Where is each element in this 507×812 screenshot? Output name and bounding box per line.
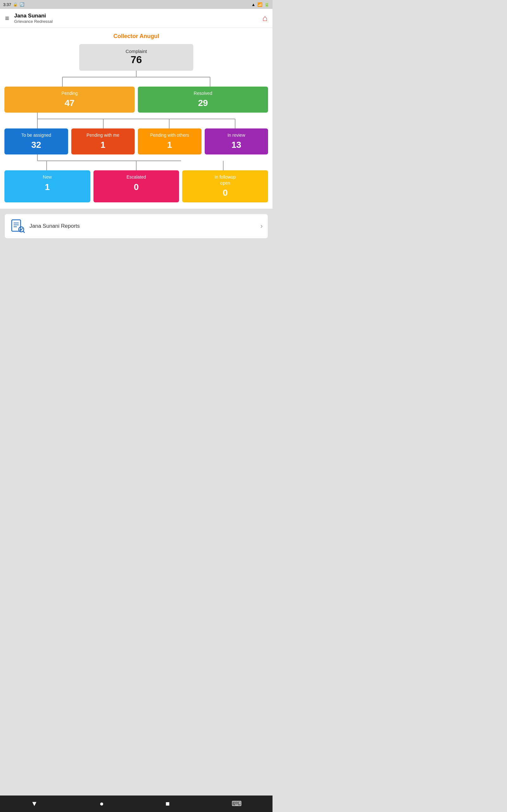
to-be-assigned-label: To be assigned xyxy=(7,132,66,138)
escalated-value: 0 xyxy=(96,182,177,192)
level2-row: To be assigned 32 Pending with me 1 Pend… xyxy=(4,129,268,154)
new-value: 1 xyxy=(7,182,88,192)
pending-with-me-card[interactable]: Pending with me 1 xyxy=(71,129,135,154)
reports-section[interactable]: Jana Sunani Reports › xyxy=(4,214,268,239)
pending-with-me-value: 1 xyxy=(74,140,132,150)
user-name: Jana Sunani xyxy=(14,13,53,19)
status-bar-left: 3:37 🔒 🔄 xyxy=(3,2,24,7)
app-bar-title: Jana Sunani Grievance Redressal xyxy=(14,13,53,24)
pending-card[interactable]: Pending 47 xyxy=(4,87,135,113)
reports-label: Jana Sunani Reports xyxy=(30,223,261,229)
resolved-label: Resolved xyxy=(140,90,266,96)
reports-icon xyxy=(10,218,25,234)
in-followup-value: 0 xyxy=(185,188,266,198)
home-button[interactable]: ⌂ xyxy=(262,13,268,23)
svg-rect-15 xyxy=(12,220,20,231)
to-be-assigned-value: 32 xyxy=(7,140,66,150)
gray-background xyxy=(0,239,273,461)
svg-line-20 xyxy=(23,231,24,233)
to-be-assigned-card[interactable]: To be assigned 32 xyxy=(4,129,68,154)
reports-chevron-icon: › xyxy=(261,222,263,230)
escalated-label: Escalated xyxy=(96,174,177,180)
signal-icon: 📶 xyxy=(257,2,262,7)
wifi-icon: ▲ xyxy=(251,2,256,7)
resolved-card[interactable]: Resolved 29 xyxy=(138,87,268,113)
lock-icon: 🔒 xyxy=(13,2,18,7)
app-bar: ≡ Jana Sunani Grievance Redressal ⌂ xyxy=(0,9,273,28)
status-bar-right: ▲ 📶 🔋 xyxy=(251,2,269,7)
status-bar: 3:37 🔒 🔄 ▲ 📶 🔋 xyxy=(0,0,273,9)
level1-row: Pending 47 Resolved 29 xyxy=(4,87,268,113)
complaint-value: 76 xyxy=(86,54,187,66)
escalated-card[interactable]: Escalated 0 xyxy=(94,170,179,202)
main-content: Collector Anugul Complaint 76 Pending 47… xyxy=(0,28,273,209)
pending-value: 47 xyxy=(7,98,132,108)
connector-level2-level3 xyxy=(4,154,268,170)
in-followup-card[interactable]: In followup open 0 xyxy=(182,170,268,202)
in-review-label: In review xyxy=(207,132,266,138)
collector-title: Collector Anugul xyxy=(4,33,268,40)
connector-complaint-level1 xyxy=(4,71,268,87)
pending-with-others-card[interactable]: Pending with others 1 xyxy=(138,129,202,154)
in-followup-label1: In followup open xyxy=(185,174,266,186)
new-label: New xyxy=(7,174,88,180)
resolved-value: 29 xyxy=(140,98,266,108)
level3-row: New 1 Escalated 0 In followup open 0 xyxy=(4,170,268,202)
pending-with-me-label: Pending with me xyxy=(74,132,132,138)
complaint-label: Complaint xyxy=(86,49,187,54)
in-review-card[interactable]: In review 13 xyxy=(205,129,268,154)
battery-icon: 🔋 xyxy=(264,2,269,7)
in-review-value: 13 xyxy=(207,140,266,150)
sync-icon: 🔄 xyxy=(20,2,24,7)
menu-button[interactable]: ≡ xyxy=(5,14,9,22)
complaint-card[interactable]: Complaint 76 xyxy=(79,44,193,71)
new-card[interactable]: New 1 xyxy=(4,170,90,202)
pending-with-others-label: Pending with others xyxy=(140,132,199,138)
pending-with-others-value: 1 xyxy=(140,140,199,150)
connector-level1-level2 xyxy=(4,113,268,129)
app-subtitle: Grievance Redressal xyxy=(14,19,53,24)
time-display: 3:37 xyxy=(3,2,11,7)
pending-label: Pending xyxy=(7,90,132,96)
app-bar-left: ≡ Jana Sunani Grievance Redressal xyxy=(5,13,53,24)
